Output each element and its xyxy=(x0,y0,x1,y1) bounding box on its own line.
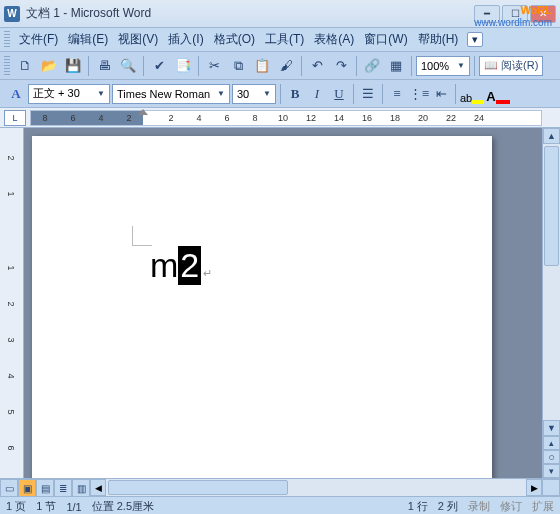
tab-selector[interactable]: L xyxy=(4,110,26,126)
status-track-changes[interactable]: 修订 xyxy=(500,499,522,514)
align-distribute-icon[interactable]: ☰ xyxy=(358,84,378,104)
scroll-down-icon[interactable]: ▼ xyxy=(543,420,560,436)
vscroll-thumb[interactable] xyxy=(544,146,559,266)
ruler-tick: 22 xyxy=(446,113,456,123)
bold-button[interactable]: B xyxy=(285,84,305,104)
status-position[interactable]: 位置 2.5厘米 xyxy=(92,499,154,514)
scroll-right-icon[interactable]: ▶ xyxy=(526,479,542,496)
vruler-tick: 4 xyxy=(6,373,16,378)
ruler-tick: 14 xyxy=(334,113,344,123)
toolbar-grip[interactable] xyxy=(4,56,10,76)
vertical-scrollbar[interactable]: ▲ ▼ ▴ ○ ▾ xyxy=(542,128,560,478)
zoom-combo[interactable]: 100%▼ xyxy=(416,56,470,76)
undo-icon[interactable]: ↶ xyxy=(306,55,328,77)
decrease-indent-icon[interactable]: ⇤ xyxy=(431,84,451,104)
prev-page-icon[interactable]: ▴ xyxy=(543,436,560,450)
next-page-icon[interactable]: ▾ xyxy=(543,464,560,478)
horizontal-scrollbar[interactable]: ◀ ▶ xyxy=(90,479,542,496)
horizontal-ruler[interactable]: 864224681012141618202224 xyxy=(30,110,542,126)
reading-view-icon[interactable]: ▥ xyxy=(72,479,90,497)
underline-button[interactable]: U xyxy=(329,84,349,104)
ruler-tick: 8 xyxy=(42,113,47,123)
menu-help[interactable]: 帮助(H) xyxy=(413,29,464,50)
vscroll-track[interactable] xyxy=(543,144,560,420)
status-page-count[interactable]: 1/1 xyxy=(66,501,81,513)
outline-view-icon[interactable]: ≣ xyxy=(54,479,72,497)
numbering-icon[interactable]: ≡ xyxy=(387,84,407,104)
normal-view-icon[interactable]: ▭ xyxy=(0,479,18,497)
highlight-button[interactable]: ab xyxy=(460,84,484,104)
status-section[interactable]: 1 节 xyxy=(36,499,56,514)
font-color-button[interactable]: A xyxy=(486,84,510,104)
redo-icon[interactable]: ↷ xyxy=(330,55,352,77)
font-size-combo[interactable]: 30▼ xyxy=(232,84,276,104)
title-bar: W 文档 1 - Microsoft Word WoRLwww.wordlm.c… xyxy=(0,0,560,28)
vertical-ruler[interactable]: 21123456 xyxy=(0,128,24,478)
watermark: WoRLwww.wordlm.com xyxy=(474,4,552,29)
paste-icon[interactable]: 📋 xyxy=(251,55,273,77)
document-page[interactable]: m2↵ xyxy=(32,136,492,478)
web-layout-view-icon[interactable]: ▤ xyxy=(36,479,54,497)
status-line[interactable]: 1 行 xyxy=(408,499,428,514)
select-browse-object-icon[interactable]: ○ xyxy=(543,450,560,464)
menubar-grip[interactable] xyxy=(4,31,10,49)
menu-view[interactable]: 视图(V) xyxy=(113,29,163,50)
ruler-tick: 4 xyxy=(196,113,201,123)
text-before-selection: m xyxy=(150,246,178,285)
hyperlink-icon[interactable]: 🔗 xyxy=(361,55,383,77)
save-icon[interactable]: 💾 xyxy=(62,55,84,77)
document-text[interactable]: m2↵ xyxy=(150,246,212,285)
work-area: 21123456 m2↵ ▲ ▼ ▴ ○ ▾ xyxy=(0,128,560,478)
menu-insert[interactable]: 插入(I) xyxy=(163,29,208,50)
menu-window[interactable]: 窗口(W) xyxy=(359,29,412,50)
tables-borders-icon[interactable]: ▦ xyxy=(385,55,407,77)
document-scroll-area[interactable]: m2↵ xyxy=(24,128,542,478)
status-extend[interactable]: 扩展 xyxy=(532,499,554,514)
new-icon[interactable]: 🗋 xyxy=(14,55,36,77)
style-combo[interactable]: 正文 + 30 ▼ xyxy=(28,84,110,104)
print-layout-view-icon[interactable]: ▣ xyxy=(18,479,36,497)
styles-pane-icon[interactable]: A xyxy=(6,84,26,104)
status-bar: 1 页 1 节 1/1 位置 2.5厘米 1 行 2 列 录制 修订 扩展 xyxy=(0,496,560,514)
format-painter-icon[interactable]: 🖌 xyxy=(275,55,297,77)
indent-marker-icon[interactable] xyxy=(138,109,148,115)
ruler-tick: 24 xyxy=(474,113,484,123)
status-page[interactable]: 1 页 xyxy=(6,499,26,514)
help-box[interactable]: ▾ xyxy=(467,32,483,47)
copy-icon[interactable]: ⧉ xyxy=(227,55,249,77)
scroll-corner xyxy=(542,479,560,496)
scroll-left-icon[interactable]: ◀ xyxy=(90,479,106,496)
menu-bar: 文件(F) 编辑(E) 视图(V) 插入(I) 格式(O) 工具(T) 表格(A… xyxy=(0,28,560,52)
menu-table[interactable]: 表格(A) xyxy=(309,29,359,50)
menu-file[interactable]: 文件(F) xyxy=(14,29,63,50)
vruler-tick: 1 xyxy=(6,265,16,270)
print-icon[interactable]: 🖶 xyxy=(93,55,115,77)
status-recording[interactable]: 录制 xyxy=(468,499,490,514)
ruler-tick: 6 xyxy=(224,113,229,123)
hscroll-thumb[interactable] xyxy=(108,480,288,495)
view-buttons: ▭ ▣ ▤ ≣ ▥ xyxy=(0,479,90,496)
hscroll-track[interactable] xyxy=(106,479,526,496)
open-icon[interactable]: 📂 xyxy=(38,55,60,77)
menu-format[interactable]: 格式(O) xyxy=(209,29,260,50)
menu-tools[interactable]: 工具(T) xyxy=(260,29,309,50)
print-preview-icon[interactable]: 🔍 xyxy=(117,55,139,77)
research-icon[interactable]: 📑 xyxy=(172,55,194,77)
window-title: 文档 1 - Microsoft Word xyxy=(26,5,474,22)
menu-edit[interactable]: 编辑(E) xyxy=(63,29,113,50)
status-column[interactable]: 2 列 xyxy=(438,499,458,514)
ruler-tick: 2 xyxy=(168,113,173,123)
font-combo[interactable]: Times New Roman▼ xyxy=(112,84,230,104)
reading-layout-button[interactable]: 📖 阅读(R) xyxy=(479,56,543,76)
bullets-icon[interactable]: ⋮≡ xyxy=(409,84,429,104)
scroll-up-icon[interactable]: ▲ xyxy=(543,128,560,144)
app-icon: W xyxy=(4,6,20,22)
cut-icon[interactable]: ✂ xyxy=(203,55,225,77)
standard-toolbar: 🗋 📂 💾 🖶 🔍 ✔ 📑 ✂ ⧉ 📋 🖌 ↶ ↷ 🔗 ▦ 100%▼ 📖 阅读… xyxy=(0,52,560,80)
vruler-tick: 6 xyxy=(6,445,16,450)
vruler-tick: 3 xyxy=(6,337,16,342)
italic-button[interactable]: I xyxy=(307,84,327,104)
horizontal-ruler-bar: L 864224681012141618202224 xyxy=(0,108,560,128)
ruler-tick: 2 xyxy=(126,113,131,123)
spelling-icon[interactable]: ✔ xyxy=(148,55,170,77)
